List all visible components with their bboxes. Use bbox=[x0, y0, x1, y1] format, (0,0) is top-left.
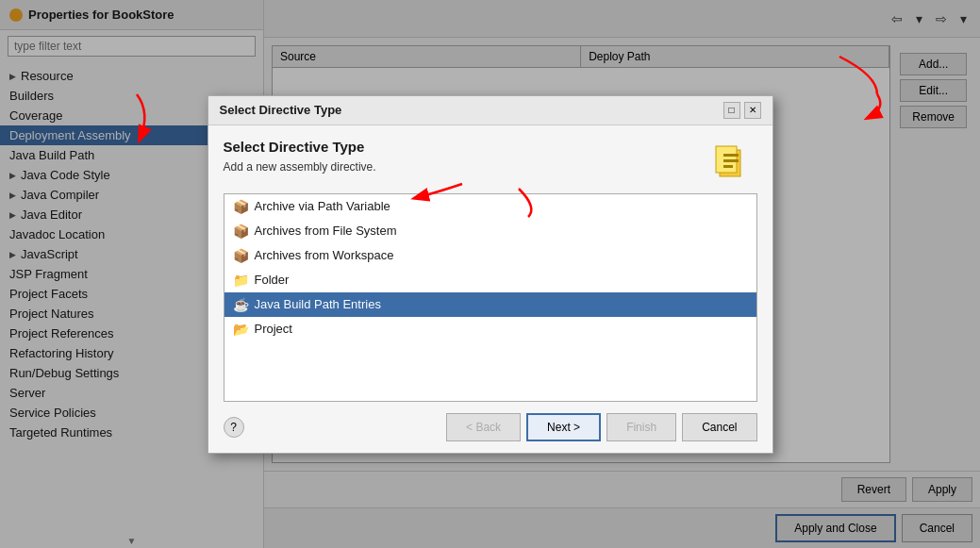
help-button[interactable]: ? bbox=[224, 417, 244, 438]
directive-label: Archives from File System bbox=[255, 224, 397, 238]
modal-description: Add a new assembly directive. bbox=[224, 160, 376, 174]
directive-item-project[interactable]: 📂Project bbox=[224, 317, 756, 341]
finish-button[interactable]: Finish bbox=[606, 413, 676, 441]
directive-item-archives-from-workspace[interactable]: 📦Archives from Workspace bbox=[224, 243, 756, 268]
modal-titlebar: Select Directive Type □ ✕ bbox=[208, 96, 772, 125]
directive-label: Archives from Workspace bbox=[255, 248, 394, 262]
directive-label: Java Build Path Entries bbox=[255, 297, 381, 311]
modal-maximize-button[interactable]: □ bbox=[723, 102, 740, 119]
modal-header-text: Select Directive Type Add a new assembly… bbox=[224, 139, 376, 174]
directive-item-java-build-path-entries[interactable]: ☕Java Build Path Entries bbox=[224, 292, 756, 317]
directive-item-archive-via-path-variable[interactable]: 📦Archive via Path Variable bbox=[224, 194, 756, 219]
select-directive-modal: Select Directive Type □ ✕ Select Directi… bbox=[208, 95, 773, 454]
modal-close-button[interactable]: ✕ bbox=[744, 102, 761, 119]
directive-item-folder[interactable]: 📁Folder bbox=[224, 268, 756, 292]
directive-label: Folder bbox=[255, 273, 290, 287]
svg-rect-2 bbox=[723, 154, 739, 157]
modal-heading: Select Directive Type bbox=[224, 139, 376, 155]
archive-icon: 📦 bbox=[234, 248, 249, 263]
modal-window-buttons: □ ✕ bbox=[723, 102, 761, 119]
modal-header: Select Directive Type Add a new assembly… bbox=[208, 125, 772, 193]
folder-icon: 📁 bbox=[234, 273, 249, 288]
directive-label: Project bbox=[255, 322, 292, 336]
modal-icon bbox=[712, 139, 757, 184]
modal-title: Select Directive Type bbox=[220, 103, 342, 117]
directive-label: Archive via Path Variable bbox=[255, 199, 390, 213]
directive-item-archives-from-file-system[interactable]: 📦Archives from File System bbox=[224, 219, 756, 243]
modal-cancel-button[interactable]: Cancel bbox=[682, 413, 756, 441]
archive-icon: 📦 bbox=[234, 199, 249, 214]
svg-rect-3 bbox=[723, 159, 739, 162]
project-icon: 📂 bbox=[234, 322, 249, 337]
directive-list: 📦Archive via Path Variable📦Archives from… bbox=[224, 193, 757, 402]
next-button[interactable]: Next > bbox=[526, 413, 601, 441]
java-icon: ☕ bbox=[234, 297, 249, 312]
archive-icon: 📦 bbox=[234, 224, 249, 239]
modal-overlay: Select Directive Type □ ✕ Select Directi… bbox=[0, 0, 980, 548]
svg-rect-4 bbox=[723, 165, 733, 168]
back-button[interactable]: < Back bbox=[446, 413, 521, 441]
modal-footer-buttons: < Back Next > Finish Cancel bbox=[446, 413, 756, 441]
modal-footer: ? < Back Next > Finish Cancel bbox=[208, 402, 772, 453]
